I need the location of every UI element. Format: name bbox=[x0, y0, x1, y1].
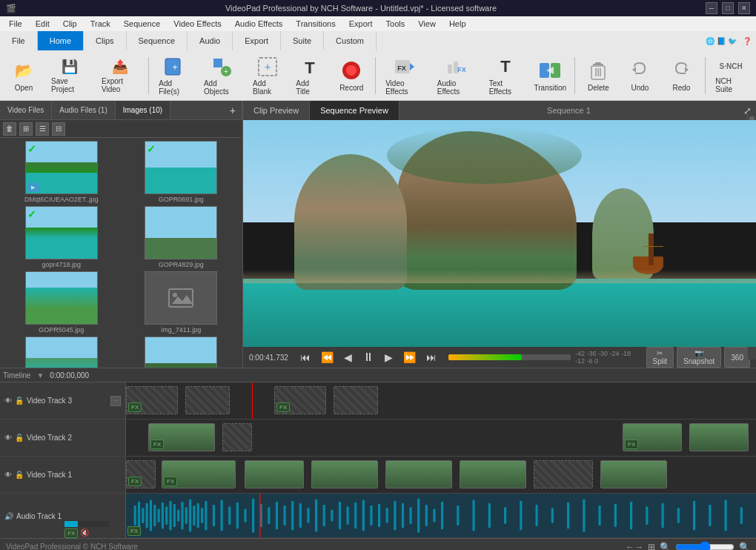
grid-view-button[interactable]: ⊞ bbox=[19, 122, 33, 136]
list-item[interactable]: img_7411.jpg bbox=[123, 271, 240, 334]
track-eye-button[interactable]: 👁 bbox=[4, 434, 12, 442]
sequence-preview-tab[interactable]: Sequence Preview bbox=[310, 101, 399, 120]
delete-media-button[interactable]: 🗑 bbox=[3, 122, 16, 136]
zoom-out-button[interactable]: ←→ bbox=[626, 542, 643, 551]
seek-bar[interactable] bbox=[448, 354, 571, 360]
minimize-button[interactable]: ─ bbox=[706, 2, 717, 14]
clip-video-2c[interactable]: FX bbox=[623, 423, 682, 451]
delete-button[interactable]: Delete bbox=[579, 54, 617, 97]
menu-transitions[interactable]: Transitions bbox=[290, 18, 341, 30]
tab-audio-files[interactable]: Audio Files (1) bbox=[52, 101, 115, 119]
list-item[interactable]: GOPR5045.jpg bbox=[3, 271, 120, 334]
tab-suite[interactable]: Suite bbox=[281, 31, 324, 50]
clip-empty-1g[interactable] bbox=[534, 460, 593, 488]
track-lock-button[interactable]: 🔓 bbox=[15, 397, 24, 405]
list-item[interactable] bbox=[123, 337, 240, 368]
media-options-button[interactable]: ⊟ bbox=[52, 122, 65, 136]
clip-empty-2[interactable] bbox=[185, 386, 230, 414]
menu-track[interactable]: Track bbox=[84, 18, 116, 30]
menu-video-effects[interactable]: Video Effects bbox=[168, 18, 227, 30]
list-view-button[interactable]: ☰ bbox=[36, 122, 49, 136]
snapshot-button[interactable]: 📷 Snapshot bbox=[677, 347, 721, 368]
clip-video-1f[interactable] bbox=[460, 460, 526, 488]
play-button[interactable]: ▶ bbox=[382, 350, 396, 365]
zoom-slider[interactable] bbox=[675, 541, 735, 551]
zoom-max-button[interactable]: 🔍 bbox=[739, 542, 750, 551]
export-video-button[interactable]: 📤 Export Video bbox=[96, 54, 144, 97]
add-objects-button[interactable]: + Add Objects bbox=[199, 54, 245, 97]
menu-view[interactable]: View bbox=[412, 18, 442, 30]
nch-suite-button[interactable]: S·NCH NCH Suite bbox=[710, 54, 752, 97]
list-item[interactable]: ✓ GOPR0691.jpg bbox=[123, 141, 240, 203]
fit-button[interactable]: ⊞ bbox=[648, 542, 655, 551]
menu-audio-effects[interactable]: Audio Effects bbox=[229, 18, 289, 30]
list-item[interactable]: ✓ ▶ DMqt6CIUEAAO2ET..jpg bbox=[3, 141, 120, 203]
play-pause-button[interactable]: ⏸ bbox=[359, 349, 377, 365]
save-project-button[interactable]: 💾 Save Project bbox=[46, 54, 93, 97]
tab-sequence[interactable]: Sequence bbox=[127, 31, 188, 50]
clip-video-1e[interactable] bbox=[385, 460, 452, 488]
rewind-button[interactable]: ◀ bbox=[341, 350, 355, 365]
open-button[interactable]: 📂 Open bbox=[4, 54, 43, 97]
menu-file[interactable]: File bbox=[3, 18, 28, 30]
redo-button[interactable]: Redo bbox=[662, 54, 700, 97]
help-icon[interactable]: ❓ bbox=[743, 37, 752, 45]
menu-tools[interactable]: Tools bbox=[380, 18, 411, 30]
audio-effects-button[interactable]: FX Audio Effects bbox=[432, 54, 481, 97]
text-effects-button[interactable]: T Text Effects bbox=[484, 54, 528, 97]
add-files-button[interactable]: + Add File(s) bbox=[153, 54, 196, 97]
tab-video-files[interactable]: Video Files bbox=[0, 101, 52, 119]
clip-empty-4[interactable] bbox=[334, 386, 378, 414]
track-lock-button[interactable]: 🔓 bbox=[15, 471, 24, 479]
clip-video-2d[interactable] bbox=[689, 423, 749, 451]
clip-empty-2b[interactable] bbox=[222, 423, 252, 451]
menu-edit[interactable]: Edit bbox=[30, 18, 56, 30]
tab-images[interactable]: Images (10) bbox=[116, 101, 170, 119]
menu-help[interactable]: Help bbox=[443, 18, 472, 30]
clip-video-1d[interactable] bbox=[311, 460, 378, 488]
maximize-button[interactable]: □ bbox=[722, 2, 734, 14]
tab-custom[interactable]: Custom bbox=[324, 31, 377, 50]
add-blank-button[interactable]: + Add Blank bbox=[248, 54, 288, 97]
vr360-button[interactable]: 360 bbox=[724, 347, 750, 368]
next-frame-button[interactable]: ⏩ bbox=[400, 350, 419, 365]
clip-video-1c[interactable] bbox=[245, 460, 304, 488]
add-title-button[interactable]: T Add Title bbox=[291, 54, 329, 97]
video-effects-button[interactable]: FX Video Effects bbox=[380, 54, 429, 97]
go-start-button[interactable]: ⏮ bbox=[297, 350, 314, 365]
mute-icon[interactable]: 🔇 bbox=[80, 529, 89, 537]
clip-video-1h[interactable] bbox=[600, 460, 667, 488]
clip-video-1b[interactable]: FX bbox=[162, 460, 236, 488]
tab-audio[interactable]: Audio bbox=[188, 31, 233, 50]
track-mute-button[interactable]: 🔊 bbox=[4, 512, 13, 520]
split-button[interactable]: ✂ Split bbox=[646, 347, 674, 368]
track-lock-button[interactable]: 🔓 bbox=[15, 434, 24, 442]
clip-empty-1[interactable]: FX bbox=[126, 386, 178, 414]
list-item[interactable]: GOPR4829.jpg bbox=[123, 206, 240, 268]
timeline-dropdown[interactable]: ▼ bbox=[36, 371, 44, 380]
track-options[interactable]: ⋯ bbox=[110, 396, 121, 406]
menu-export[interactable]: Export bbox=[343, 18, 379, 30]
tab-export[interactable]: Export bbox=[233, 31, 281, 50]
menu-sequence[interactable]: Sequence bbox=[118, 18, 167, 30]
tab-add-media[interactable]: + bbox=[224, 101, 242, 119]
transition-button[interactable]: Transition bbox=[531, 54, 569, 97]
list-item[interactable] bbox=[3, 337, 120, 368]
record-button[interactable]: Record bbox=[332, 54, 371, 97]
zoom-in-button[interactable]: 🔍 bbox=[660, 542, 671, 551]
close-button[interactable]: ✕ bbox=[738, 2, 750, 14]
tab-file[interactable]: File bbox=[0, 31, 38, 50]
list-item[interactable]: ✓ gopr4718.jpg bbox=[3, 206, 120, 268]
tab-clips[interactable]: Clips bbox=[84, 31, 126, 50]
prev-frame-button[interactable]: ⏪ bbox=[318, 350, 336, 365]
clip-empty-3[interactable]: FX bbox=[274, 386, 326, 414]
go-end-button[interactable]: ⏭ bbox=[423, 350, 440, 365]
track-eye-button[interactable]: 👁 bbox=[4, 397, 12, 405]
clip-preview-tab[interactable]: Clip Preview bbox=[243, 101, 310, 120]
clip-video-2a[interactable]: FX bbox=[148, 423, 215, 451]
track-eye-button[interactable]: 👁 bbox=[4, 471, 12, 479]
menu-clip[interactable]: Clip bbox=[57, 18, 83, 30]
undo-button[interactable]: Undo bbox=[620, 54, 659, 97]
clip-empty-1a[interactable]: FX bbox=[126, 460, 156, 488]
tab-home[interactable]: Home bbox=[38, 31, 84, 50]
